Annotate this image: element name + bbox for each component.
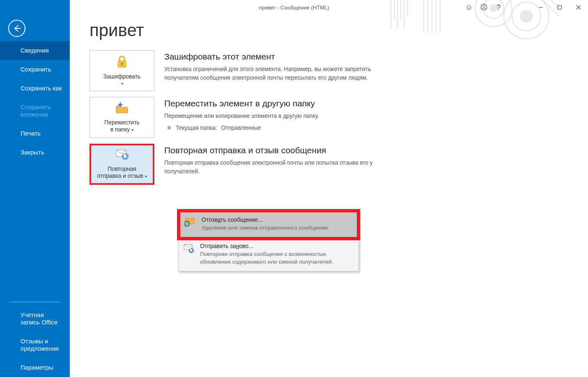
sidebar-item-info[interactable]: Сведения: [0, 41, 70, 60]
resend-recall-icon: [114, 149, 130, 162]
menu-item-recall-message[interactable]: Отозвать сообщение... Удаление или замен…: [177, 209, 360, 240]
sidebar-item-print[interactable]: Печать: [0, 124, 70, 143]
encrypt-desc: Установка ограничений для этого элемента…: [164, 65, 394, 82]
lock-icon: [116, 55, 128, 70]
current-folder-value: Отправленные: [221, 124, 261, 131]
sidebar-divider: [9, 302, 61, 302]
close-button[interactable]: [569, 0, 588, 15]
chevron-down-icon: ▾: [131, 128, 133, 132]
sidebar-item-office-account[interactable]: Учетная запись Office: [0, 306, 70, 332]
menu-item-recall-title: Отозвать сообщение...: [202, 216, 351, 223]
encrypt-button-label: Зашифровать: [103, 73, 141, 80]
sidebar-item-feedback[interactable]: Отзывы и предложения: [0, 332, 70, 358]
menu-item-resend-again[interactable]: Отправить заново... Повторная отправка с…: [179, 239, 358, 271]
sidebar-item-close[interactable]: Закрыть: [0, 143, 70, 162]
menu-item-resend-again-title: Отправить заново...: [200, 243, 353, 249]
resend-button-label-1: Повторная: [108, 166, 136, 172]
bullet-icon: [168, 126, 171, 129]
resend-desc: Повторная отправка сообщения электронной…: [164, 159, 394, 176]
move-button-label-2: в папку: [110, 126, 130, 133]
feedback-smile-icon[interactable]: ☺: [462, 0, 476, 15]
resend-heading: Повторная отправка и отзыв сообщения: [164, 145, 394, 155]
move-heading: Переместить элемент в другую папку: [164, 99, 319, 108]
minimize-button[interactable]: [531, 0, 550, 15]
current-folder-row: Текущая папка: Отправленные: [164, 124, 319, 131]
sidebar-item-options[interactable]: Параметры: [0, 358, 70, 377]
section-move: Переместить в папку ▾ Переместить элемен…: [90, 97, 588, 138]
backstage-sidebar: Сведения Сохранить Сохранить как Сохрани…: [0, 0, 70, 377]
move-button-label-1: Переместить: [104, 119, 140, 126]
feedback-frown-icon[interactable]: ☹: [476, 0, 491, 15]
sidebar-item-save[interactable]: Сохранить: [0, 60, 70, 79]
section-resend-recall: Повторная отправка и отзыв ▾ Повторная о…: [90, 144, 588, 185]
page-title: привет: [90, 21, 588, 40]
svg-rect-26: [122, 64, 122, 66]
current-folder-label: Текущая папка:: [176, 124, 217, 131]
backstage-main: привет Зашифровать ▾ Зашифровать этот эл…: [70, 16, 588, 377]
move-to-folder-button[interactable]: Переместить в папку ▾: [90, 97, 154, 138]
menu-item-resend-again-desc: Повторная отправка сообщения с возможнос…: [200, 251, 353, 266]
encrypt-heading: Зашифровать этот элемент: [164, 52, 394, 62]
section-encrypt: Зашифровать ▾ Зашифровать этот элемент У…: [90, 50, 588, 91]
sidebar-item-save-attachments: Сохранить вложения: [0, 98, 70, 124]
folder-move-icon: [115, 102, 129, 116]
svg-rect-21: [558, 6, 562, 9]
window-title: привет - Сообщение (HTML): [259, 5, 329, 11]
resend-recall-dropdown: Отозвать сообщение... Удаление или замен…: [178, 210, 359, 271]
chevron-down-icon: ▾: [145, 174, 147, 179]
encrypt-button[interactable]: Зашифровать ▾: [90, 50, 154, 91]
help-icon[interactable]: ?: [491, 0, 506, 15]
chevron-down-icon: ▾: [121, 81, 123, 86]
resend-again-icon: [183, 244, 196, 255]
sidebar-item-save-as[interactable]: Сохранить как: [0, 79, 70, 98]
recall-message-icon: [184, 217, 198, 229]
maximize-button[interactable]: [550, 0, 569, 15]
move-desc: Перемещение или копирование элемента в д…: [164, 112, 319, 120]
resend-button-label-2: отправка и отзыв: [97, 172, 143, 179]
menu-item-recall-desc: Удаление или замена отправленного сообще…: [202, 224, 351, 232]
back-button[interactable]: [8, 20, 25, 37]
resend-recall-button[interactable]: Повторная отправка и отзыв ▾: [90, 144, 154, 185]
